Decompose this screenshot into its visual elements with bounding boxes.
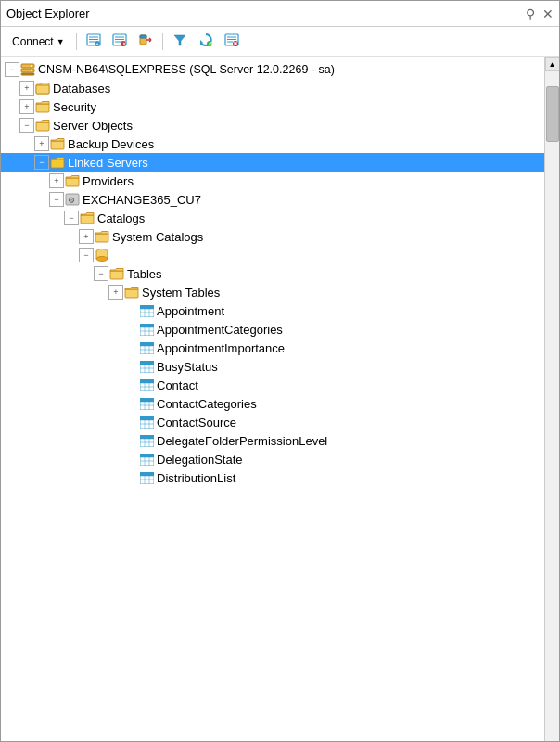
databases-label: Databases [53,82,110,96]
stop-icon: ✕ [112,32,127,50]
t3-label: AppointmentImportance [157,341,285,355]
no-expander [123,415,138,429]
tree-item-linked-servers: − Linked Servers [1,153,544,487]
pin-icon[interactable]: ⚲ [526,6,535,21]
title-bar-left: Object Explorer [6,6,90,20]
delete-icon [224,32,239,50]
table-icon [139,303,154,318]
backup-devices-label: Backup Devices [68,137,154,151]
table-icon [139,396,154,411]
folder-icon-linked-servers [50,155,65,170]
tree-row-t9[interactable]: DelegationState [1,450,544,468]
svg-text:↺: ↺ [208,41,211,46]
scroll-thumb[interactable] [546,86,559,142]
tree-row-t7[interactable]: ContactSource [1,413,544,431]
tree-row-linked-servers[interactable]: − Linked Servers [1,153,544,172]
catalogs-label: Catalogs [97,211,145,225]
tree-row-providers[interactable]: + Providers [1,172,544,190]
system-tables-label: System Tables [142,286,220,300]
tree-row-t8[interactable]: DelegateFolderPermissionLevel [1,431,544,450]
scroll-up-arrow[interactable]: ▲ [545,57,560,71]
connect-button[interactable]: Connect ▼ [6,32,70,51]
title-bar-controls: ⚲ ✕ [526,6,554,21]
expander-system-catalogs[interactable]: + [79,229,94,244]
expander-security[interactable]: + [19,99,34,114]
expander-linked-servers[interactable]: − [34,155,49,170]
tree-row-t5[interactable]: Contact [1,376,544,394]
tree-item-db: − [1,246,544,487]
tree-row-t1[interactable]: Appointment [1,301,544,320]
tree-row-root[interactable]: − CNSM-NB64\SQLEXPRESS (SQL Server 12.0.… [1,60,544,79]
tables-label: Tables [127,267,162,281]
tree-item-system-tables: + [1,283,544,301]
expander-providers[interactable]: + [49,173,64,188]
svg-text:⚙: ⚙ [68,196,75,205]
tree-row-backup-devices[interactable]: + Backup Devices [1,134,544,153]
connect-dropdown-arrow: ▼ [57,37,65,46]
tree-row-t4[interactable]: BusyStatus [1,357,544,376]
tree-row-system-tables[interactable]: + [1,283,544,301]
tree-item-root: − CNSM-NB64\SQLEXPRESS (SQL Server 12.0.… [1,60,544,487]
toolbar-separator-1 [76,33,77,50]
expander-tables[interactable]: − [94,266,108,281]
tree-row-exchange365[interactable]: − ⚙ EXCHANGE365_CU7 [1,190,544,209]
tree-row-t6[interactable]: ContactCategories [1,394,544,413]
window-title: Object Explorer [6,6,90,20]
server-objects-children: + Backup Devices [1,134,544,487]
tree-row-catalogs[interactable]: − [1,209,544,227]
tree-row-db[interactable]: − [1,246,544,264]
database-icon [95,248,109,262]
svg-rect-65 [140,379,154,383]
folder-icon-providers [65,173,80,188]
tree-item-t5: Contact [1,376,544,394]
expander-databases[interactable]: + [19,81,34,96]
close-icon[interactable]: ✕ [542,6,554,21]
tree-row-t10[interactable]: DistributionList [1,468,544,487]
expander-backup-devices[interactable]: + [34,136,49,151]
tree-row-t2[interactable]: AppointmentCategories [1,320,544,339]
expander-server-objects[interactable]: − [19,118,34,133]
table-icon [139,433,154,448]
vertical-scrollbar[interactable]: ▲ [544,57,559,741]
tree-row-server-objects[interactable]: − Server Objects [1,116,544,134]
t4-label: BusyStatus [157,360,218,374]
tree-panel[interactable]: − CNSM-NB64\SQLEXPRESS (SQL Server 12.0.… [1,57,544,741]
disconnect-button[interactable] [134,30,157,53]
svg-rect-59 [140,361,154,365]
svg-text:✕: ✕ [121,41,125,46]
stop-button[interactable]: ✕ [108,30,131,53]
svg-point-39 [96,257,108,262]
expander-system-tables[interactable]: + [108,285,123,300]
refresh-button[interactable]: ↺ [195,30,217,53]
new-query-button[interactable]: + [83,30,105,53]
table-icon [139,359,154,374]
tree-row-security[interactable]: + Security [1,97,544,116]
svg-rect-83 [140,435,154,439]
security-label: Security [53,100,96,114]
delete-button[interactable] [221,30,243,53]
filter-icon [172,32,187,50]
tree-row-t3[interactable]: AppointmentImportance [1,339,544,357]
folder-icon-backup-devices [50,136,65,151]
tree-row-databases[interactable]: + Databases [1,79,544,97]
expander-catalogs[interactable]: − [64,211,79,225]
svg-point-30 [31,65,32,67]
svg-rect-71 [140,398,154,402]
no-expander [123,452,138,467]
svg-rect-41 [140,305,154,309]
expander-root[interactable]: − [5,62,19,77]
tree-item-t1: Appointment [1,301,544,320]
tree-item-server-objects: − Server Objects [1,116,544,487]
tree-row-system-catalogs[interactable]: + [1,227,544,246]
filter-button[interactable] [169,30,191,53]
expander-db[interactable]: − [79,248,94,262]
table-icon [139,415,154,429]
tables-children: + [1,283,544,487]
t2-label: AppointmentCategories [157,323,283,337]
tree-row-tables[interactable]: − [1,264,544,283]
disconnect-icon [138,32,153,50]
tree-item-t9: DelegationState [1,450,544,468]
toolbar-separator-2 [162,33,163,50]
expander-exchange365[interactable]: − [49,192,64,207]
svg-rect-47 [140,324,154,327]
